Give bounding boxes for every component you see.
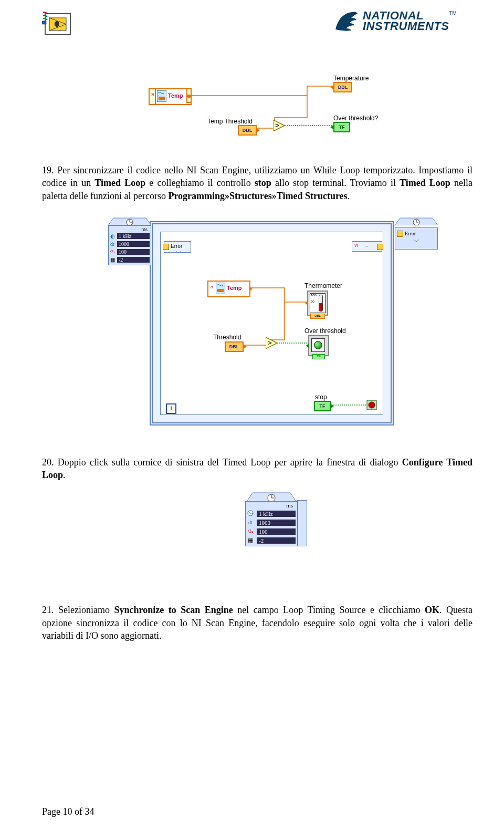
svg-rect-5 [42, 21, 46, 24]
dt-value: 1000 [257, 520, 296, 526]
iteration-terminal: i [166, 403, 176, 414]
thermometer-indicator: 100- 50- DBL [307, 290, 328, 316]
timed-loop-config-node: ms 1 kHz dt 1000 ³2₁ 100 ▦ -2 [244, 491, 306, 546]
threshold-label: Temp Threshold [207, 118, 253, 125]
timed-loop-right-node: Error [395, 216, 438, 250]
temperature-label: Temperature [333, 75, 369, 82]
stop-control: TF [314, 401, 331, 411]
phase-value: 100 [257, 528, 296, 535]
svg-rect-6 [157, 90, 166, 102]
error-left-tunnel: Error [164, 241, 191, 253]
shared-var-temp-name: Temp [168, 92, 183, 99]
greater-than-inner-icon: > [266, 337, 278, 350]
step-19: 19. Per sincronizzare il codice nello NI… [42, 164, 472, 202]
svg-text:>: > [268, 339, 272, 347]
step-num: 20. [42, 457, 58, 468]
thermometer-label: Thermometer [304, 282, 342, 289]
step-num: 21. [42, 605, 58, 615]
stop-label: stop [315, 393, 327, 401]
step-20: 20. Doppio click sulla cornice di sinist… [42, 456, 472, 482]
priority-value: -2 [117, 257, 150, 263]
tf-type: TF [339, 124, 345, 130]
dt-value: 1000 [117, 241, 150, 247]
timed-loop-diagram: ms ◐ 1 kHz dt 1000 ³2₁ 100 ▦ -2 [105, 212, 441, 430]
shared-var-temp-inner: ?! Temp [207, 281, 250, 297]
greater-than-icon: > [273, 120, 286, 132]
phase-value: 100 [117, 249, 150, 255]
trademark: TM [449, 11, 456, 16]
labview-icon [42, 11, 74, 38]
timing-source: 1 kHz [117, 233, 150, 239]
right-dash-tunnel: ?! -- [352, 241, 382, 252]
step-21: 21. Selezioniamo Synchronize to Scan Eng… [42, 604, 472, 642]
dbl-type: DBL [338, 85, 348, 90]
page-footer: Page 10 of 34 [42, 806, 94, 817]
svg-rect-7 [159, 97, 165, 100]
loop-condition-icon [366, 400, 377, 410]
svg-rect-19 [217, 289, 224, 292]
svg-text:>: > [275, 121, 279, 129]
over-threshold-label-inner: Over threshold [304, 327, 346, 335]
shared-var-temp: ?! Temp [149, 88, 192, 105]
threshold-control: DBL [238, 125, 257, 136]
timed-loop-left-node: ms ◐ 1 kHz dt 1000 ³2₁ 100 ▦ -2 [108, 216, 151, 268]
page-header: NATIONAL INSTRUMENTS TM [42, 11, 472, 38]
over-threshold-indicator: TF [333, 122, 350, 132]
temperature-indicator: DBL [333, 82, 352, 92]
over-threshold-led: TF [308, 335, 329, 356]
svg-point-23 [369, 402, 375, 408]
svg-rect-18 [216, 283, 225, 294]
svg-rect-4 [56, 21, 58, 27]
threshold-control-inner: DBL [225, 341, 244, 352]
step-num: 19. [42, 165, 57, 175]
priority-value: -2 [257, 537, 296, 544]
dbl-type: DBL [243, 128, 253, 133]
ni-logo: NATIONAL INSTRUMENTS TM [333, 11, 472, 36]
timing-source: 1 kHz [257, 511, 296, 517]
threshold-label-inner: Threshold [213, 334, 241, 341]
ni-logo-line2: INSTRUMENTS [363, 19, 449, 33]
block-diagram-temp: ?! Temp Temperature DBL Temp Threshold D… [139, 75, 407, 148]
over-threshold-label: Over threshold? [333, 115, 378, 122]
